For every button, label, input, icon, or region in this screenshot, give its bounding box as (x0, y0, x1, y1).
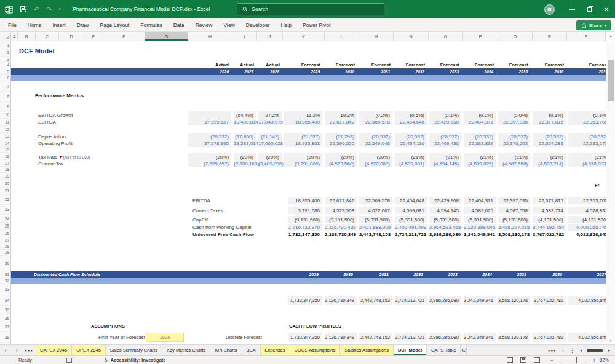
qat-customize-icon[interactable]: ▾ (58, 7, 61, 12)
cell-value[interactable]: (4,599,081) (395, 160, 424, 167)
sheet-tab-salaries-assumptions[interactable]: Salaries Assumptions (340, 345, 394, 355)
sheet-tab-dcf-model[interactable]: DCF Model (394, 345, 427, 355)
cell-value[interactable]: (4,131,500) (533, 216, 563, 224)
cell-year-2027[interactable]: 2027 (234, 69, 253, 75)
zoom-out-icon[interactable]: − (550, 357, 553, 363)
sheet-tab-opex-2045[interactable]: OPEX 2045 (72, 345, 106, 355)
row-header-17[interactable]: 17 (0, 160, 9, 167)
column-header-O[interactable]: O (429, 32, 463, 41)
close-button[interactable]: ✕ (598, 0, 615, 18)
column-header-S[interactable]: S (567, 32, 606, 41)
cell-row-label[interactable]: Depreciation (38, 133, 66, 140)
cell-value[interactable]: 2,443,748,153 (359, 296, 390, 305)
row-header-11[interactable]: 11 (0, 119, 9, 126)
cell-year-type-0[interactable]: Actual (188, 61, 229, 68)
cell-value[interactable]: (21%) (464, 154, 493, 160)
cell-value[interactable]: 17,049,979 (258, 119, 279, 125)
column-header-E[interactable]: E (84, 32, 103, 41)
ribbon-tab-view[interactable]: View (218, 18, 240, 32)
cell-value[interactable]: (9,131,500) (288, 216, 320, 224)
zoom-level[interactable]: 82% (600, 357, 609, 363)
cell-first-year-input[interactable]: 2026 (146, 333, 184, 342)
cell-value[interactable]: (64.4%) (234, 112, 253, 119)
cell-value[interactable]: (0.1%) (429, 112, 459, 119)
ribbon-tab-page-layout[interactable]: Page Layout (95, 18, 135, 32)
row-header-37[interactable]: 37 (0, 322, 9, 332)
cell-value[interactable]: 4,587,558 (498, 207, 528, 215)
cell-value[interactable]: 2,443,748,153 (359, 231, 390, 239)
cell-year-type-7[interactable]: Forecast (429, 61, 459, 68)
cell-value[interactable]: 22,397,035 (498, 197, 528, 205)
cell-year-2037[interactable]: 2037 (568, 69, 606, 75)
cell-value[interactable]: 2,986,286,080 (429, 296, 459, 305)
sheet-tab-capex-2045[interactable]: CAPEX 2045 (36, 345, 72, 355)
cell-year-2034[interactable]: 2034 (464, 69, 493, 75)
row-header-13[interactable]: 13 (0, 133, 9, 140)
cell-year-type-5[interactable]: Forecast (359, 61, 391, 68)
row-header-18[interactable]: 18 (0, 167, 9, 173)
ribbon-tab-developer[interactable]: Developer (240, 18, 276, 32)
ribbon-tab-insert[interactable]: Insert (47, 18, 71, 32)
cell-value[interactable]: 3,242,049,941 (464, 296, 493, 305)
row-header-5[interactable]: 5 (0, 68, 9, 75)
cell-value[interactable]: 4,523,568 (325, 207, 354, 215)
cell-dcf-year-2034[interactable]: 2034 (464, 272, 492, 278)
cell-value[interactable]: 22,617,842 (325, 197, 354, 205)
cell-dcf-year-2032[interactable]: 2032 (395, 272, 423, 278)
cell-year-type-9[interactable]: Forecast (498, 61, 528, 68)
row-header-36[interactable]: 36 (0, 314, 9, 322)
cell-dcf-year-2031[interactable]: 2031 (359, 272, 389, 278)
row-header-28[interactable]: 28 (0, 243, 9, 250)
cell-year-type-4[interactable]: Forecast (325, 61, 355, 68)
cell-value[interactable]: 18,955,400 (288, 197, 320, 205)
macro-record-icon[interactable] (66, 358, 72, 363)
cell-value[interactable]: 37,578,995 (188, 140, 229, 147)
cell-value[interactable]: (4,587,558) (498, 160, 528, 167)
cell-value[interactable]: 37,599,527 (188, 119, 229, 125)
cell-value[interactable]: (4,622,067) (359, 160, 390, 167)
row-header-1[interactable]: 1 (0, 41, 9, 49)
cell-value[interactable]: 22,353,705 (568, 119, 606, 125)
cell-value[interactable]: 19.3% (325, 112, 354, 119)
cell-year-2028[interactable]: 2028 (258, 69, 279, 75)
cell-value[interactable]: 22,549,046 (359, 140, 390, 147)
row-header-7[interactable]: 7 (0, 81, 9, 92)
cell-row-label[interactable]: EBITDA Growth (38, 112, 73, 119)
cell-value[interactable]: 2,116,720,439 (325, 224, 354, 231)
cell-value[interactable]: 4,589,025 (464, 207, 493, 215)
cell-value[interactable]: 3,242,049,941 (464, 231, 493, 239)
cell-value[interactable]: 17,060,028 (258, 140, 279, 147)
add-sheet-icon[interactable]: + (561, 347, 565, 354)
cell-value[interactable]: 22,383,839 (464, 140, 493, 147)
cell-value[interactable]: (20%) (188, 154, 229, 160)
row-header-9[interactable]: 9 (0, 102, 9, 111)
cell-row-label[interactable]: Tax Rate(As Per IS E89) (38, 154, 90, 160)
cell-sheet-title[interactable]: DCF Model (19, 47, 54, 55)
cell-value[interactable]: 2,421,888,008 (359, 224, 390, 231)
vertical-scrollbar[interactable]: ▲ ▼ (606, 32, 615, 344)
hscroll-right-icon[interactable]: ▸ (608, 348, 610, 353)
row-header-19[interactable]: 19 (0, 173, 9, 180)
cell-row-label[interactable]: Unlevered Free Cash Flow (192, 231, 254, 239)
cell-value[interactable]: 4,022,856,845 (568, 231, 606, 239)
row-header-10[interactable]: 10 (0, 111, 9, 119)
cell-year-2029[interactable]: 2029 (284, 69, 320, 75)
cell-value[interactable]: 22,357,283 (533, 140, 563, 147)
ribbon-tab-draw[interactable]: Draw (71, 18, 95, 32)
row-header-24[interactable]: 24 (0, 215, 9, 223)
cell-value[interactable]: 27.2% (258, 112, 279, 119)
cell-value[interactable]: 1,716,732,370 (288, 224, 320, 231)
cell-value[interactable]: (4,523,568) (325, 160, 354, 167)
row-header-14[interactable]: 14 (0, 140, 9, 147)
restore-button[interactable] (581, 0, 598, 18)
cell-value[interactable]: 3,791,080 (288, 207, 320, 215)
cell-row-label[interactable]: Current Tax (38, 160, 63, 167)
cell-dcf-year-2033[interactable]: 2033 (429, 272, 458, 278)
cell-value[interactable]: 2,986,286,080 (429, 333, 459, 342)
cell-value[interactable]: (4,131,500) (568, 216, 606, 224)
cell-value[interactable]: 4,000,055,745 (568, 224, 606, 231)
ribbon-tab-data[interactable]: Data (168, 18, 190, 32)
column-header-N[interactable]: N (394, 32, 429, 41)
cell-value[interactable]: 22,333,175 (568, 140, 606, 147)
ribbon-tab-formulas[interactable]: Formulas (135, 18, 167, 32)
